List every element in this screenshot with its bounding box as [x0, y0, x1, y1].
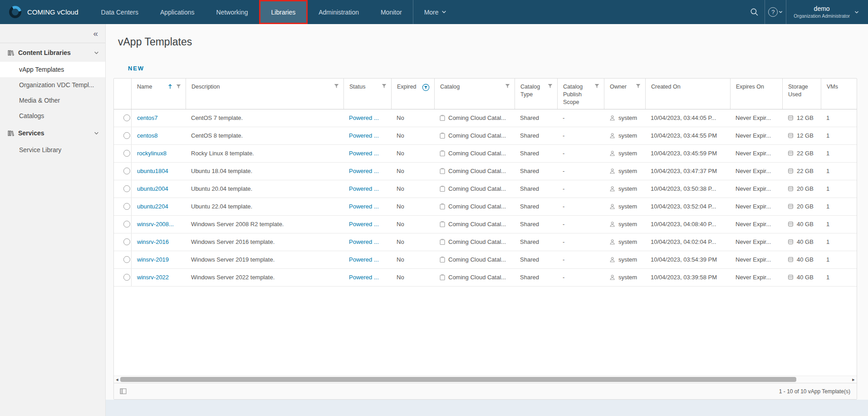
catalog-icon [440, 150, 445, 157]
scrollbar-thumb[interactable] [120, 377, 796, 382]
column-header-catalog[interactable]: Catalog [434, 79, 515, 109]
publish-scope-cell: - [557, 238, 604, 245]
template-name-link[interactable]: winsrv-2019 [137, 256, 169, 263]
status-link[interactable]: Powered ... [349, 150, 379, 157]
scroll-left-icon[interactable]: ◄ [114, 376, 120, 383]
status-link[interactable]: Powered ... [349, 221, 379, 228]
sidebar-group-services[interactable]: Services [0, 124, 105, 142]
catalog-icon [440, 168, 445, 174]
horizontal-scrollbar[interactable]: ◄ ► [114, 376, 857, 383]
nav-item-networking[interactable]: Networking [206, 0, 259, 24]
description-cell: Ubuntu 18.04 template. [186, 168, 343, 174]
status-link[interactable]: Powered ... [349, 114, 379, 121]
row-select-radio[interactable] [123, 238, 130, 245]
column-header-owner[interactable]: Owner [604, 79, 645, 109]
sort-ascending-icon[interactable] [167, 84, 173, 89]
status-link[interactable]: Powered ... [349, 168, 379, 174]
created-on-cell: 10/04/2023, 03:45:59 PM [645, 150, 730, 157]
column-header-catalog-type[interactable]: Catalog Type [515, 79, 557, 109]
expired-cell: No [391, 132, 434, 139]
publish-scope-cell: - [557, 274, 604, 281]
expired-cell: No [391, 221, 434, 228]
sidebar-item-catalogs[interactable]: Catalogs [0, 108, 105, 124]
collapse-sidebar-icon: « [93, 29, 98, 39]
column-header-expires-on[interactable]: Expires On [730, 79, 782, 109]
filter-icon[interactable] [594, 84, 599, 89]
status-link[interactable]: Powered ... [349, 132, 379, 139]
template-name-link[interactable]: ubuntu2204 [137, 203, 168, 210]
status-link[interactable]: Powered ... [349, 203, 379, 210]
row-select-radio[interactable] [123, 256, 130, 263]
template-name-link[interactable]: winsrv-2008... [137, 221, 174, 228]
sidebar-item-media-other[interactable]: Media & Other [0, 93, 105, 108]
primary-nav: Data Centers Applications Networking Lib… [90, 0, 457, 24]
nav-item-more[interactable]: More [413, 0, 457, 24]
row-select-radio[interactable] [123, 203, 130, 210]
status-link[interactable]: Powered ... [349, 274, 379, 281]
status-link[interactable]: Powered ... [349, 185, 379, 192]
row-select-radio[interactable] [123, 168, 130, 174]
vms-cell: 1 [821, 203, 857, 210]
column-header-vms[interactable]: VMs [821, 79, 857, 109]
sidebar-item-vapp-templates[interactable]: vApp Templates [0, 62, 105, 77]
template-name-link[interactable]: winsrv-2022 [137, 274, 169, 281]
filter-icon[interactable] [334, 84, 339, 89]
filter-icon[interactable] [382, 84, 387, 89]
new-button[interactable]: NEW [128, 65, 144, 72]
filter-icon[interactable] [548, 84, 553, 89]
catalog-type-cell: Shared [515, 274, 557, 281]
column-header-created-on[interactable]: Created On [645, 79, 730, 109]
sidebar-item-organization-vdc-templates[interactable]: Organization VDC Templ... [0, 77, 105, 93]
sidebar-group-content-libraries[interactable]: Content Libraries [0, 43, 105, 62]
description-cell: CentOS 8 template. [186, 132, 343, 139]
nav-item-libraries[interactable]: Libraries [259, 0, 308, 24]
created-on-cell: 10/04/2023, 03:50:38 P... [645, 185, 730, 192]
user-icon [609, 274, 615, 280]
expired-cell: No [391, 114, 434, 121]
nav-item-administration[interactable]: Administration [308, 0, 370, 24]
template-name-link[interactable]: winsrv-2016 [137, 238, 169, 245]
catalog-type-cell: Shared [515, 185, 557, 192]
owner-cell: system [618, 185, 637, 192]
filter-active-icon[interactable] [422, 84, 430, 91]
row-select-radio[interactable] [123, 221, 130, 228]
column-header-storage-used[interactable]: Storage Used [782, 79, 821, 109]
template-name-link[interactable]: rockylinux8 [137, 150, 167, 157]
table-row: winsrv-2008... Windows Server 2008 R2 te… [114, 216, 857, 233]
column-settings-icon[interactable] [120, 388, 127, 394]
storage-icon [788, 133, 794, 139]
template-name-link[interactable]: ubuntu1804 [137, 168, 168, 174]
column-header-catalog-publish-scope[interactable]: Catalog Publish Scope [557, 79, 604, 109]
row-select-radio[interactable] [123, 150, 130, 157]
filter-icon[interactable] [636, 84, 641, 89]
template-name-link[interactable]: centos7 [137, 114, 158, 121]
owner-cell: system [618, 274, 637, 281]
collapse-sidebar-button[interactable]: « [0, 24, 105, 43]
template-name-link[interactable]: ubuntu2004 [137, 185, 168, 192]
column-header-status[interactable]: Status [343, 79, 391, 109]
nav-item-applications[interactable]: Applications [149, 0, 206, 24]
row-select-radio[interactable] [123, 114, 130, 121]
row-select-radio[interactable] [123, 185, 130, 192]
expires-on-cell: Never Expir... [730, 256, 782, 263]
status-link[interactable]: Powered ... [349, 238, 379, 245]
help-menu-button[interactable]: ? [765, 0, 786, 24]
user-menu[interactable]: demo Organization Administrator [786, 0, 868, 24]
filter-icon[interactable] [176, 84, 181, 89]
column-header-description[interactable]: Description [186, 79, 343, 109]
filter-icon[interactable] [505, 84, 510, 89]
column-header-expired[interactable]: Expired [391, 79, 434, 109]
scroll-right-icon[interactable]: ► [851, 376, 856, 383]
row-select-radio[interactable] [123, 132, 130, 139]
status-link[interactable]: Powered ... [349, 256, 379, 263]
vms-cell: 1 [821, 185, 857, 192]
nav-item-data-centers[interactable]: Data Centers [90, 0, 149, 24]
row-select-radio[interactable] [123, 274, 130, 281]
column-header-name[interactable]: Name [131, 79, 186, 109]
sidebar-item-service-library[interactable]: Service Library [0, 142, 105, 158]
publish-scope-cell: - [557, 132, 604, 139]
nav-item-monitor[interactable]: Monitor [370, 0, 413, 24]
template-name-link[interactable]: centos8 [137, 132, 158, 139]
search-button[interactable] [744, 0, 765, 24]
expires-on-cell: Never Expir... [730, 221, 782, 228]
